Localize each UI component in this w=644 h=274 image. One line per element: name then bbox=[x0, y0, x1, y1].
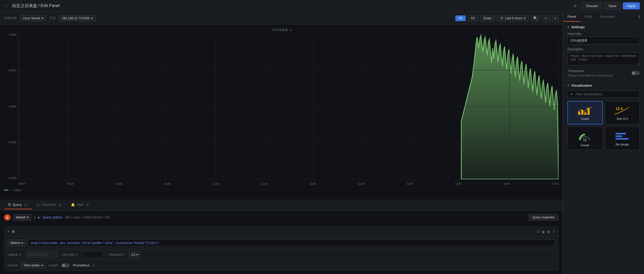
y-label-4: 0.9925 bbox=[8, 141, 16, 144]
more-button[interactable]: ▾ bbox=[552, 15, 559, 22]
datasource-icon: ● bbox=[4, 214, 10, 221]
min-step-info-icon[interactable]: ℹ bbox=[76, 253, 77, 257]
time-controls: Fill Fit Exact ⏱ Last 6 hours ▾ 🔍 ↻ ▾ bbox=[455, 15, 559, 22]
top-bar-right: ⚙ Discard Save Apply bbox=[570, 2, 640, 10]
viz-card-stat[interactable]: 12.4 Stat 12.4 bbox=[605, 101, 640, 124]
description-row: Description bbox=[567, 47, 640, 66]
top-bar: ← 自定义仪表盘 / Edit Panel ⚙ Discard Save App… bbox=[0, 0, 644, 12]
legend-label: Legend ℹ bbox=[8, 253, 21, 257]
viz-grid: Graph 12.4 Stat 12.4 79 bbox=[567, 101, 640, 150]
exact-button[interactable]: Exact bbox=[480, 15, 495, 21]
chart-title-chevron[interactable]: ▾ bbox=[290, 28, 292, 32]
legend-row: Legend ℹ Min step ℹ Resolution 1/1 ▾ bbox=[4, 249, 558, 260]
settings-button[interactable]: ⚙ bbox=[570, 2, 580, 10]
datasource-select[interactable]: default ▾ bbox=[13, 214, 31, 221]
apply-button[interactable]: Apply bbox=[623, 2, 640, 9]
prometheus-label: Prometheus bbox=[73, 264, 90, 267]
refresh-button[interactable]: ↻ bbox=[542, 15, 550, 22]
gauge-viz-icon: 79 bbox=[577, 130, 593, 142]
fill-button[interactable]: Fill bbox=[455, 15, 465, 21]
tab-panel[interactable]: Panel bbox=[563, 12, 580, 22]
svg-text:12.4: 12.4 bbox=[616, 106, 623, 111]
save-button[interactable]: Save bbox=[604, 2, 621, 10]
panel-title-input[interactable] bbox=[567, 37, 640, 44]
expand-icon[interactable]: ▶ bbox=[38, 216, 40, 219]
query-inspector-button[interactable]: Query inspector bbox=[528, 214, 559, 221]
bar-gauge-viz-icon bbox=[614, 131, 630, 141]
legend-info-icon[interactable]: ℹ bbox=[20, 253, 21, 257]
time-range-button[interactable]: ⏱ Last 6 hours ▾ bbox=[497, 15, 529, 21]
right-panel: Panel Field Overrides ❮ ▾ Settings Panel… bbox=[563, 12, 644, 274]
viz-title: ▾ Visualization bbox=[567, 84, 640, 87]
stat-viz-icon: 12.4 bbox=[614, 105, 630, 116]
node-dropdown[interactable]: 192.168.31.73:9100 ▾ bbox=[59, 15, 96, 21]
node-label: 节点 bbox=[49, 16, 56, 20]
transparent-label: Transparent bbox=[567, 69, 614, 73]
y-label-1: 1.0000 bbox=[8, 33, 16, 36]
svg-marker-0 bbox=[461, 35, 559, 179]
datasource-info-icon[interactable]: ℹ bbox=[34, 215, 35, 219]
settings-section: ▾ Settings Panel title Description Trans… bbox=[563, 22, 644, 80]
svg-rect-8 bbox=[616, 135, 622, 137]
panel-title-label: Panel title bbox=[567, 32, 640, 36]
query-section-header: ▾ A ⧉ ◉ 🗑 ⠿ bbox=[4, 227, 558, 237]
chart-title: CPU使用率 ▾ bbox=[0, 25, 563, 33]
tab-alert[interactable]: 🔔 Alert 0 bbox=[67, 201, 94, 209]
transparent-toggle[interactable] bbox=[631, 71, 640, 75]
description-input[interactable] bbox=[567, 52, 640, 65]
legend-color bbox=[4, 190, 8, 190]
group-dropdown[interactable]: Linux Server ▾ bbox=[20, 15, 46, 21]
tab-overrides[interactable]: Overrides bbox=[596, 12, 619, 22]
viz-collapse-icon[interactable]: ▾ bbox=[567, 84, 569, 87]
query-options-link[interactable]: Query options bbox=[43, 216, 62, 219]
query-input[interactable]: avg(irate(node_cpu_seconds_total{mode="i… bbox=[28, 239, 555, 247]
x-label-2: 09:30 bbox=[67, 182, 74, 185]
drag-icon[interactable]: ⠿ bbox=[553, 230, 555, 234]
x-labels: 09:00 09:30 10:00 10:30 11:00 11:30 12:0… bbox=[19, 180, 559, 187]
tab-field[interactable]: Field bbox=[580, 12, 596, 22]
hide-icon[interactable]: ◉ bbox=[542, 230, 545, 234]
viz-card-bar-gauge[interactable]: Bar gauge bbox=[605, 127, 640, 150]
gauge-label: Gauge bbox=[581, 144, 589, 147]
x-label-11: 14:00 bbox=[503, 182, 510, 185]
fit-button[interactable]: Fit bbox=[468, 15, 478, 21]
legend-input[interactable] bbox=[26, 252, 58, 258]
prometheus-info-icon[interactable]: ℹ bbox=[93, 263, 94, 267]
query-meta: MD = auto = 1168 Interval = 20s bbox=[65, 216, 110, 219]
right-tabs: Panel Field Overrides ❮ bbox=[563, 12, 644, 22]
left-panel: 分组名称 Linux Server ▾ 节点 192.168.31.73:910… bbox=[0, 12, 563, 274]
x-label-7: 12:00 bbox=[309, 182, 316, 185]
format-label: Format bbox=[8, 264, 18, 267]
settings-collapse-icon[interactable]: ▾ bbox=[567, 25, 569, 29]
svg-rect-4 bbox=[588, 108, 590, 115]
section-collapse-button[interactable]: ▾ bbox=[8, 230, 9, 234]
query-bar-row: ● default ▾ ℹ ▶ Query options MD = auto … bbox=[4, 214, 559, 221]
x-label-6: 11:30 bbox=[261, 182, 268, 185]
chart-area: CPU使用率 ▾ 1.0000 0.9975 0.9950 0.9925 0.9… bbox=[0, 25, 563, 199]
y-label-2: 0.9975 bbox=[8, 69, 16, 72]
viz-card-graph[interactable]: Graph bbox=[567, 101, 603, 124]
delete-icon[interactable]: 🗑 bbox=[547, 230, 550, 234]
resolution-select[interactable]: 1/1 ▾ bbox=[129, 252, 140, 258]
tab-query[interactable]: ☰ Query 1 bbox=[4, 201, 32, 209]
panel-collapse-button[interactable]: ❮ bbox=[635, 12, 644, 22]
x-label-1: 09:00 bbox=[19, 182, 25, 185]
metrics-select[interactable]: Metrics ▾ bbox=[8, 240, 26, 246]
viz-filter[interactable]: ▼ Filter visualizations bbox=[567, 91, 640, 98]
viz-card-gauge[interactable]: 79 Gauge bbox=[567, 127, 603, 150]
x-label-5: 11:00 bbox=[212, 182, 219, 185]
x-label-10: 13:30 bbox=[455, 182, 462, 185]
svg-text:79: 79 bbox=[583, 139, 586, 142]
format-select[interactable]: Time series ▾ bbox=[21, 262, 46, 269]
time-icon: ⏱ bbox=[500, 16, 503, 20]
discard-button[interactable]: Discard bbox=[582, 2, 602, 10]
tab-transform[interactable]: ⇄ Transform 0 bbox=[33, 201, 66, 209]
x-label-3: 10:00 bbox=[116, 182, 122, 185]
query-section-a: ▾ A ⧉ ◉ 🗑 ⠿ Metrics ▾ avg(irate(node_cpu… bbox=[4, 227, 559, 271]
zoom-button[interactable]: 🔍 bbox=[531, 15, 540, 22]
top-bar-left: ← 自定义仪表盘 / Edit Panel bbox=[4, 3, 60, 9]
back-button[interactable]: ← bbox=[4, 3, 9, 9]
min-step-input[interactable] bbox=[83, 252, 104, 258]
copy-icon[interactable]: ⧉ bbox=[537, 229, 539, 234]
instant-toggle[interactable] bbox=[61, 263, 70, 267]
